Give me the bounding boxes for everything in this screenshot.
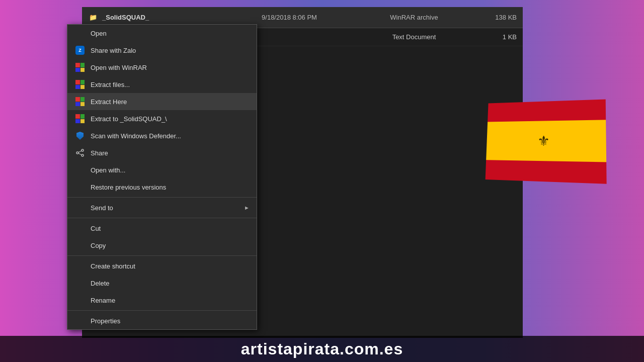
flag-red-top [488,99,606,122]
menu-label-scan-defender: Scan with Windows Defender... [91,132,250,140]
winrar-icon-2 [74,79,86,90]
svg-point-0 [82,149,84,151]
menu-label-extract-files: Extract files... [91,81,250,88]
menu-item-open-with[interactable]: Open with... [67,161,257,178]
menu-label-extract-to: Extract to _SolidSQUAD_\ [91,115,250,123]
open-icon [74,28,86,39]
menu-item-share[interactable]: Share [67,144,257,161]
winrar-icon-4 [74,113,86,124]
share-icon [74,147,86,158]
winrar-icon-1 [74,62,86,73]
flag-emblem: ⚜ [537,133,549,149]
flag-yellow: ⚜ [486,120,606,162]
menu-item-extract-to[interactable]: Extract to _SolidSQUAD_\ [67,110,257,127]
menu-label-restore-versions: Restore previous versions [91,184,250,191]
zalo-icon: Z [74,45,86,56]
send-to-icon [74,202,86,213]
explorer-size: 138 KB [476,14,517,21]
menu-label-cut: Cut [91,225,250,232]
menu-label-properties: Properties [91,317,250,325]
svg-line-3 [78,151,82,152]
context-menu: Open Z Share with Zalo Open with WinRAR … [67,24,257,330]
svg-point-2 [76,152,78,154]
menu-item-rename[interactable]: Rename [67,292,257,309]
winrar-icon-3 [74,96,86,107]
menu-item-extract-files[interactable]: Extract files... [67,76,257,93]
menu-label-create-shortcut: Create shortcut [91,262,250,270]
spain-flag: ⚜ [486,99,607,184]
menu-label-share: Share [91,149,250,157]
menu-label-open: Open [91,30,250,37]
menu-label-share-zalo: Share with Zalo [91,47,250,54]
file-size: 1 KB [476,33,517,41]
explorer-date: 9/18/2018 8:06 PM [227,14,352,21]
menu-item-properties[interactable]: Properties [67,312,257,329]
menu-item-open-winrar[interactable]: Open with WinRAR [67,59,257,76]
menu-label-rename: Rename [91,297,250,304]
menu-item-copy[interactable]: Copy [67,237,257,254]
separator-1 [67,197,257,198]
explorer-icon: 📁 [88,13,98,23]
menu-item-cut[interactable]: Cut [67,220,257,237]
banner-text: artistapirata.com.es [241,340,403,358]
menu-item-restore-versions[interactable]: Restore previous versions [67,178,257,196]
menu-item-send-to[interactable]: Send to ► [67,199,257,216]
separator-4 [67,310,257,311]
flag-red-bottom [486,160,607,184]
menu-item-open[interactable]: Open [67,25,257,42]
cut-icon [74,223,86,234]
create-shortcut-icon [74,260,86,272]
delete-icon [74,278,86,289]
menu-item-extract-here[interactable]: Extract Here [67,93,257,110]
separator-3 [67,255,257,256]
explorer-filename: _SolidSQUAD_ [102,14,227,21]
bottom-banner: artistapirata.com.es [0,336,644,362]
svg-line-4 [78,153,82,155]
menu-label-copy: Copy [91,242,250,249]
menu-item-share-zalo[interactable]: Z Share with Zalo [67,42,257,59]
menu-item-delete[interactable]: Delete [67,275,257,292]
send-to-arrow: ► [244,205,250,211]
file-type: Text Document [352,33,476,41]
menu-item-scan-defender[interactable]: Scan with Windows Defender... [67,127,257,144]
defender-icon [74,130,86,141]
rename-icon [74,295,86,306]
copy-icon [74,240,86,251]
menu-item-create-shortcut[interactable]: Create shortcut [67,257,257,275]
menu-label-open-with: Open with... [91,166,250,174]
menu-label-delete: Delete [91,280,250,287]
menu-label-open-winrar: Open with WinRAR [91,64,250,71]
menu-label-extract-here: Extract Here [91,98,250,106]
flag-area: ⚜ [483,101,614,201]
explorer-type: WinRAR archive [352,14,476,21]
svg-point-1 [82,154,84,156]
separator-2 [67,218,257,218]
properties-icon [74,315,86,326]
menu-label-send-to: Send to [91,204,244,212]
restore-icon [74,182,86,193]
open-with-icon [74,164,86,175]
